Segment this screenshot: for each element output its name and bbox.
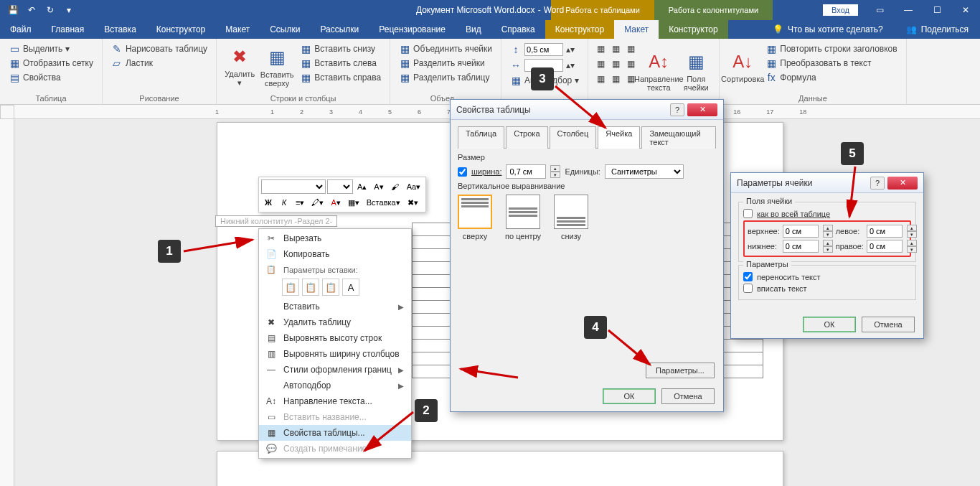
close-icon[interactable]: ✕ (951, 0, 980, 20)
delete-button[interactable]: ✖Удалить▾ (222, 42, 257, 93)
dlg-ok-button[interactable]: ОК (603, 388, 656, 404)
gridlines-button[interactable]: ▦Отобразить сетку (6, 56, 96, 70)
select-button[interactable]: ▭Выделить ▾ (6, 42, 96, 56)
font-color-icon[interactable]: A▾ (328, 195, 343, 210)
row-height-field[interactable]: ↕▴▾ (507, 42, 582, 57)
paste-opt-2[interactable]: 📋 (302, 279, 319, 296)
align-tc-button[interactable]: ▦ (609, 42, 623, 56)
tab-mailings[interactable]: Рассылки (310, 20, 369, 39)
units-select[interactable]: Сантиметры (605, 164, 684, 179)
tab-references[interactable]: Ссылки (260, 20, 310, 39)
insert-above-button[interactable]: ▦Вставить сверху (260, 42, 294, 93)
insert-below-button[interactable]: ▦Вставить снизу (297, 42, 384, 56)
draw-table-button[interactable]: ✎Нарисовать таблицу (108, 42, 210, 56)
paste-opt-3[interactable]: 📋 (322, 279, 339, 296)
dlg-tab-row[interactable]: Строка (506, 126, 547, 149)
share-button[interactable]: 👥 Поделиться (895, 20, 980, 39)
dialog-help-icon[interactable]: ? (670, 103, 684, 116)
align-icon[interactable]: ≡▾ (293, 195, 307, 210)
dlg2-cancel-button[interactable]: Отмена (862, 317, 915, 332)
dlg-tab-table[interactable]: Таблица (458, 126, 504, 149)
borders-icon[interactable]: ▦▾ (345, 195, 362, 210)
align-bl-button[interactable]: ▦ (594, 72, 608, 86)
insert-left-button[interactable]: ▦Вставить слева (297, 56, 384, 70)
tab-help[interactable]: Справка (491, 20, 545, 39)
insert-right-button[interactable]: ▦Вставить справа (297, 70, 384, 85)
row-height-input[interactable] (524, 43, 563, 56)
spin-down-icon[interactable]: ▾ (823, 231, 833, 238)
maximize-icon[interactable]: ☐ (923, 0, 951, 20)
dialog-title-bar[interactable]: Свойства таблицы ? ✕ (451, 100, 723, 120)
cell-margins-button[interactable]: ▦Поля ячейки (679, 42, 713, 101)
spin-up-icon[interactable]: ▴ (550, 165, 560, 172)
dlg2-ok-button[interactable]: ОК (803, 317, 856, 332)
spin-down-icon[interactable]: ▾ (550, 172, 560, 178)
tab-design[interactable]: Конструктор (146, 20, 215, 39)
styles-icon[interactable]: Aa▾ (404, 179, 423, 194)
redo-icon[interactable]: ↻ (42, 2, 59, 18)
delete-menu-icon[interactable]: ✖▾ (405, 195, 421, 210)
repeat-header-button[interactable]: ▦Повторить строки заголовков (763, 42, 900, 56)
valign-center-option[interactable]: по центру (505, 195, 541, 240)
wrap-text-checkbox[interactable] (743, 272, 753, 281)
valign-top-option[interactable]: сверху (458, 195, 492, 240)
dlg-params-button[interactable]: Параметры... (646, 363, 715, 378)
font-size-select[interactable] (327, 179, 353, 194)
spin-down-icon[interactable]: ▾ (823, 246, 833, 253)
dlg-tab-cell[interactable]: Ячейка (598, 126, 640, 149)
align-tl-button[interactable]: ▦ (594, 42, 608, 56)
ctx-delete-table[interactable]: ✖Удалить таблицу (259, 314, 411, 330)
highlight-icon[interactable]: 🖍▾ (308, 195, 326, 210)
align-mc-button[interactable]: ▦ (609, 57, 623, 71)
paste-opt-4[interactable]: A (342, 279, 359, 296)
width-input[interactable] (506, 164, 546, 179)
font-family-select[interactable] (261, 179, 326, 194)
sort-button[interactable]: A↓Сортировка (725, 42, 760, 93)
formula-button[interactable]: fxФормула (763, 70, 900, 85)
italic-button[interactable]: К (277, 195, 291, 210)
tab-home[interactable]: Главная (42, 20, 95, 39)
format-painter-icon[interactable]: 🖌 (388, 179, 402, 194)
margin-top-input[interactable] (783, 225, 819, 238)
ctx-text-direction[interactable]: A↕Направление текста... (259, 393, 411, 409)
tab-hf-design[interactable]: Конструктор (659, 20, 727, 39)
dialog-close-icon[interactable]: ✕ (687, 103, 717, 116)
dialog-title-bar[interactable]: Параметры ячейки ? ✕ (731, 173, 923, 193)
dlg-tab-alt[interactable]: Замещающий текст (641, 126, 716, 149)
spin-down-icon[interactable]: ▾ (907, 231, 917, 238)
tab-review[interactable]: Рецензирование (369, 20, 456, 39)
tell-me-search[interactable]: 💡 Что вы хотите сделать? (761, 20, 895, 39)
margin-left-input[interactable] (867, 225, 903, 238)
as-table-checkbox[interactable] (743, 209, 753, 218)
align-tr-button[interactable]: ▦ (624, 42, 639, 56)
eraser-button[interactable]: ▱Ластик (108, 56, 210, 70)
dialog-close-icon[interactable]: ✕ (887, 177, 918, 190)
ctx-cut[interactable]: ✂Вырезать (259, 230, 411, 246)
ribbon-options-icon[interactable]: ▭ (865, 0, 894, 20)
ctx-autofit[interactable]: Автоподбор▶ (259, 378, 411, 393)
margin-bottom-input[interactable] (783, 240, 819, 253)
ctx-even-cols[interactable]: ▥Выровнять ширину столбцов (259, 346, 411, 362)
dialog-help-icon[interactable]: ? (870, 177, 885, 190)
spin-up-icon[interactable]: ▴ (823, 225, 833, 231)
fit-text-checkbox[interactable] (743, 284, 753, 293)
ctx-copy[interactable]: 📄Копировать (259, 246, 411, 262)
text-direction-button[interactable]: A↕Направление текста (641, 42, 676, 101)
tab-table-design[interactable]: Конструктор (545, 20, 614, 39)
paste-opt-1[interactable]: 📋 (282, 279, 299, 296)
spin-down-icon[interactable]: ▾ (907, 246, 917, 253)
split-cells-button[interactable]: ▦Разделить ячейки (396, 56, 495, 70)
merge-cells-button[interactable]: ▦Объединить ячейки (396, 42, 495, 56)
spin-up-icon[interactable]: ▴ (907, 240, 917, 246)
ctx-table-properties[interactable]: ▦Свойства таблицы... (259, 425, 411, 441)
decrease-font-icon[interactable]: A▾ (371, 179, 386, 194)
save-icon[interactable]: 💾 (4, 2, 22, 18)
tab-layout[interactable]: Макет (215, 20, 260, 39)
tab-file[interactable]: Файл (0, 20, 42, 39)
undo-icon[interactable]: ↶ (23, 2, 40, 18)
ctx-even-rows[interactable]: ▤Выровнять высоту строк (259, 330, 411, 346)
tab-view[interactable]: Вид (456, 20, 491, 39)
qat-customize-icon[interactable]: ▾ (60, 2, 77, 18)
spin-up-icon[interactable]: ▴ (907, 225, 917, 231)
ctx-border-styles[interactable]: —Стили оформления границ▶ (259, 362, 411, 378)
